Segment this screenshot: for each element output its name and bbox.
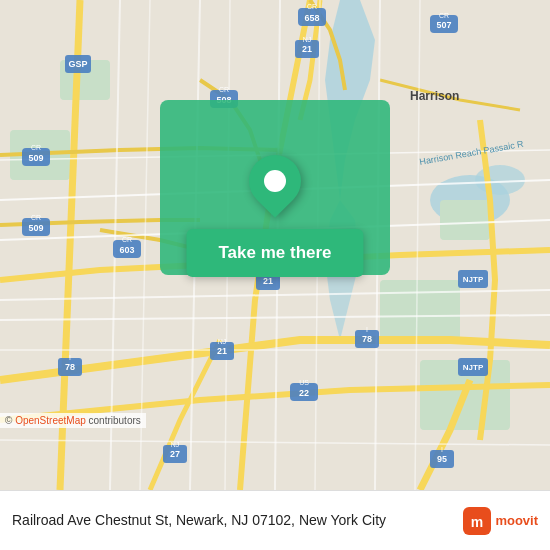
svg-text:22: 22: [299, 388, 309, 398]
svg-text:78: 78: [65, 362, 75, 372]
address-text: Railroad Ave Chestnut St, Newark, NJ 071…: [12, 511, 463, 529]
moovit-label: moovit: [495, 513, 538, 528]
map-pin: [249, 155, 301, 207]
svg-text:CR: CR: [31, 214, 41, 221]
svg-text:NJTP: NJTP: [463, 363, 484, 372]
bottom-bar: Railroad Ave Chestnut St, Newark, NJ 071…: [0, 490, 550, 550]
svg-text:507: 507: [436, 20, 451, 30]
svg-rect-4: [440, 200, 490, 240]
svg-text:GSP: GSP: [68, 59, 87, 69]
attribution-suffix: contributors: [86, 415, 141, 426]
svg-text:CR: CR: [31, 144, 41, 151]
svg-text:509: 509: [28, 223, 43, 233]
svg-text:78: 78: [362, 334, 372, 344]
svg-text:US: US: [299, 379, 309, 386]
svg-text:I: I: [69, 354, 71, 361]
svg-text:NJTP: NJTP: [463, 275, 484, 284]
svg-text:I: I: [366, 326, 368, 333]
svg-text:CR: CR: [122, 236, 132, 243]
svg-text:21: 21: [263, 276, 273, 286]
svg-text:27: 27: [170, 449, 180, 459]
moovit-logo: m moovit: [463, 507, 538, 535]
svg-text:21: 21: [217, 346, 227, 356]
svg-text:CR: CR: [307, 3, 317, 10]
svg-text:95: 95: [437, 454, 447, 464]
svg-text:NJ: NJ: [171, 441, 180, 448]
svg-text:NJ: NJ: [303, 36, 312, 43]
attribution-prefix: ©: [5, 415, 15, 426]
svg-text:NJ: NJ: [218, 338, 227, 345]
svg-point-2: [475, 165, 525, 195]
openstreetmap-link[interactable]: OpenStreetMap: [15, 415, 86, 426]
svg-text:CR: CR: [219, 86, 229, 93]
map-container: 658 CR 21 NJ 507 CR GSP 509 CR 508 CR 50…: [0, 0, 550, 490]
svg-text:509: 509: [28, 153, 43, 163]
svg-text:I: I: [441, 446, 443, 453]
svg-text:m: m: [471, 514, 483, 530]
svg-text:CR: CR: [439, 12, 449, 19]
map-attribution: © OpenStreetMap contributors: [0, 413, 146, 428]
svg-text:658: 658: [304, 13, 319, 23]
take-me-there-button[interactable]: Take me there: [186, 229, 363, 277]
svg-text:603: 603: [119, 245, 134, 255]
svg-rect-3: [380, 280, 460, 340]
svg-text:21: 21: [302, 44, 312, 54]
svg-text:Harrison: Harrison: [410, 89, 459, 103]
moovit-icon: m: [463, 507, 491, 535]
